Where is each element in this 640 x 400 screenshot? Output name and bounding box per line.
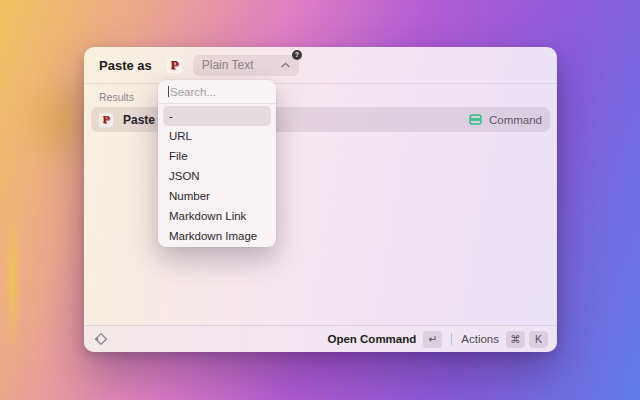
dropdown-option-dash[interactable]: -: [163, 106, 271, 126]
command-type-icon: [469, 114, 482, 125]
k-key-badge: K: [529, 331, 548, 348]
return-key-badge: ↵: [423, 331, 442, 348]
chevron-up-icon: [281, 62, 290, 68]
search-placeholder: Search...: [170, 86, 216, 98]
open-command-label: Open Command: [327, 333, 416, 345]
dropdown-option-number[interactable]: Number: [163, 186, 271, 206]
dropdown-option-list: - URL File JSON Number Markdown Link Mar…: [158, 104, 276, 247]
type-dropdown-button[interactable]: Plain Text ?: [193, 55, 299, 76]
paste-as-row-icon: P: [99, 113, 113, 127]
footer-actions: Open Command ↵ Actions ⌘ K: [327, 331, 548, 348]
text-caret: [168, 86, 169, 97]
page-title: Paste as: [99, 58, 152, 73]
help-badge[interactable]: ?: [292, 50, 302, 60]
type-dropdown-panel: Search... - URL File JSON Number Markdow…: [158, 80, 276, 247]
command-header: Paste as P Plain Text ?: [84, 47, 557, 84]
paste-as-app-icon: P: [167, 58, 182, 73]
desktop: { "header": { "title": "Paste as", "app_…: [0, 0, 640, 400]
dropdown-option-json[interactable]: JSON: [163, 166, 271, 186]
status-bar: Open Command ↵ Actions ⌘ K: [84, 325, 557, 352]
results-section-label: Results: [84, 84, 557, 103]
open-command-action[interactable]: Open Command ↵: [327, 331, 442, 348]
dropdown-option-markdown-link[interactable]: Markdown Link: [163, 206, 271, 226]
command-key-badge: ⌘: [506, 331, 525, 348]
accessory-label: Command: [489, 114, 542, 126]
raycast-logo-icon: [93, 331, 109, 347]
footer-divider: [451, 333, 452, 345]
dropdown-option-file[interactable]: File: [163, 146, 271, 166]
actions-label: Actions: [461, 333, 499, 345]
dropdown-option-markdown-image[interactable]: Markdown Image: [163, 226, 271, 246]
actions-menu-button[interactable]: Actions ⌘ K: [461, 331, 548, 348]
dropdown-search-input[interactable]: Search...: [158, 80, 276, 104]
row-accessory: Command: [469, 114, 542, 126]
raycast-window: Paste as P Plain Text ? Results P Paste …: [84, 47, 557, 352]
type-dropdown-value: Plain Text: [202, 58, 281, 72]
dropdown-option-url[interactable]: URL: [163, 126, 271, 146]
